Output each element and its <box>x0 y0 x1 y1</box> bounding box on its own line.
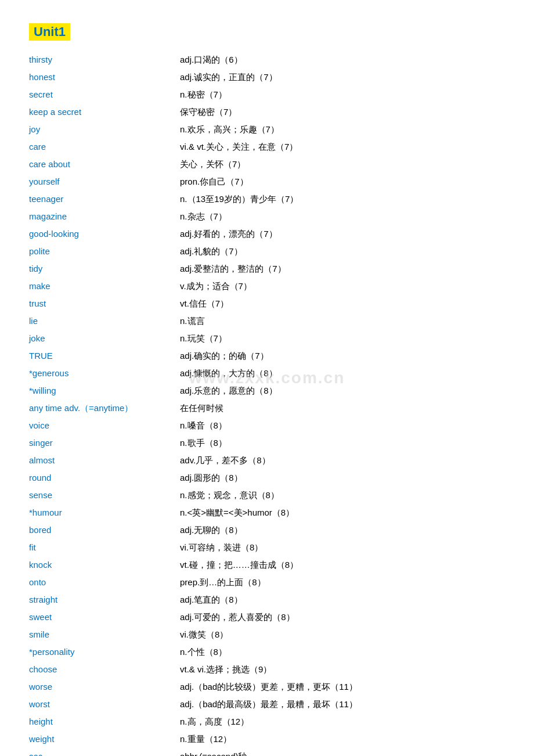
table-row: ontoprep.到…的上面（8） <box>29 574 505 591</box>
vocab-word: height <box>29 713 180 730</box>
vocab-definition: adj.诚实的，正直的（7） <box>180 69 505 86</box>
table-row: any time adv.（=anytime）在任何时候 <box>29 399 505 417</box>
vocab-definition: n.玩笑（7） <box>180 330 505 347</box>
vocab-word: straight <box>29 591 180 609</box>
vocab-definition: adj.笔直的（8） <box>180 591 505 609</box>
vocab-definition: adj.圆形的（8） <box>180 469 505 487</box>
vocab-definition: adj.无聊的（8） <box>180 521 505 539</box>
vocab-word: *personality <box>29 643 180 661</box>
table-row: joken.玩笑（7） <box>29 330 505 347</box>
vocab-definition: n.嗓音（8） <box>180 417 505 434</box>
table-row: sec.abbr.(=second)秒 <box>29 748 505 756</box>
vocab-word: thirsty <box>29 51 180 69</box>
vocab-definition: vt.信任（7） <box>180 295 505 312</box>
vocab-word: lie <box>29 312 180 330</box>
vocab-word: TRUE <box>29 347 180 365</box>
vocab-word: knock <box>29 556 180 574</box>
table-row: sensen.感觉；观念，意识（8） <box>29 487 505 504</box>
table-row: choosevt.& vi.选择；挑选（9） <box>29 661 505 678</box>
vocab-definition: n.杂志（7） <box>180 208 505 225</box>
vocab-definition: adj.爱整洁的，整洁的（7） <box>180 260 505 278</box>
vocab-word: good-looking <box>29 225 180 243</box>
table-row: smilevi.微笑（8） <box>29 626 505 643</box>
vocab-word: worst <box>29 696 180 713</box>
vocab-word: *generous <box>29 365 180 382</box>
table-row: sweetadj.可爱的，惹人喜爱的（8） <box>29 609 505 626</box>
table-row: roundadj.圆形的（8） <box>29 469 505 487</box>
vocab-word: almost <box>29 452 180 469</box>
table-row: joyn.欢乐，高兴；乐趣（7） <box>29 121 505 138</box>
vocab-definition: n.高，高度（12） <box>180 713 505 730</box>
table-row: TRUEadj.确实的；的确（7） <box>29 347 505 365</box>
vocab-definition: vt.& vi.选择；挑选（9） <box>180 661 505 678</box>
vocab-definition: abbr.(=second)秒 <box>180 748 505 756</box>
vocab-table: thirstyadj.口渴的（6）honestadj.诚实的，正直的（7）sec… <box>29 51 505 756</box>
vocab-word: teenager <box>29 190 180 208</box>
vocab-definition: adj.可爱的，惹人喜爱的（8） <box>180 609 505 626</box>
vocab-word: tidy <box>29 260 180 278</box>
table-row: heightn.高，高度（12） <box>29 713 505 730</box>
vocab-word: sense <box>29 487 180 504</box>
vocab-word: sec. <box>29 748 180 756</box>
vocab-word: polite <box>29 243 180 260</box>
vocab-word: joy <box>29 121 180 138</box>
table-row: makev.成为；适合（7） <box>29 278 505 295</box>
vocab-word: onto <box>29 574 180 591</box>
table-row: voicen.嗓音（8） <box>29 417 505 434</box>
vocab-definition: n.个性（8） <box>180 643 505 661</box>
vocab-definition: adj.确实的；的确（7） <box>180 347 505 365</box>
vocab-definition: vi.& vt.关心，关注，在意（7） <box>180 138 505 156</box>
table-row: honestadj.诚实的，正直的（7） <box>29 69 505 86</box>
table-row: keep a secret保守秘密（7） <box>29 103 505 121</box>
vocab-word: fit <box>29 539 180 556</box>
vocab-word: any time adv.（=anytime） <box>29 399 180 417</box>
table-row: carevi.& vt.关心，关注，在意（7） <box>29 138 505 156</box>
table-row: trustvt.信任（7） <box>29 295 505 312</box>
vocab-definition: adj.口渴的（6） <box>180 51 505 69</box>
vocab-definition: adv.几乎，差不多（8） <box>180 452 505 469</box>
vocab-word: care about <box>29 156 180 173</box>
table-row: *willingadj.乐意的，愿意的（8） <box>29 382 505 399</box>
vocab-word: yourself <box>29 173 180 190</box>
vocab-word: keep a secret <box>29 103 180 121</box>
vocab-word: weight <box>29 730 180 748</box>
vocab-word: care <box>29 138 180 156</box>
vocab-definition: prep.到…的上面（8） <box>180 574 505 591</box>
table-row: *humourn.<英>幽默=<美>humor（8） <box>29 504 505 521</box>
vocab-definition: 关心，关怀（7） <box>180 156 505 173</box>
vocab-definition: n.歌手（8） <box>180 434 505 452</box>
table-row: singern.歌手（8） <box>29 434 505 452</box>
vocab-word: voice <box>29 417 180 434</box>
table-row: lien.谎言 <box>29 312 505 330</box>
vocab-word: joke <box>29 330 180 347</box>
table-row: politeadj.礼貌的（7） <box>29 243 505 260</box>
table-row: boredadj.无聊的（8） <box>29 521 505 539</box>
vocab-definition: n.（13至19岁的）青少年（7） <box>180 190 505 208</box>
table-row: almostadv.几乎，差不多（8） <box>29 452 505 469</box>
unit-title: Unit1 <box>29 23 70 41</box>
table-row: care about关心，关怀（7） <box>29 156 505 173</box>
vocab-definition: v.成为；适合（7） <box>180 278 505 295</box>
vocab-definition: vi.可容纳，装进（8） <box>180 539 505 556</box>
table-row: knockvt.碰，撞；把……撞击成（8） <box>29 556 505 574</box>
vocab-definition: vt.碰，撞；把……撞击成（8） <box>180 556 505 574</box>
table-row: magazinen.杂志（7） <box>29 208 505 225</box>
table-row: tidyadj.爱整洁的，整洁的（7） <box>29 260 505 278</box>
vocab-definition: vi.微笑（8） <box>180 626 505 643</box>
vocab-word: magazine <box>29 208 180 225</box>
vocab-definition: n.感觉；观念，意识（8） <box>180 487 505 504</box>
vocab-word: choose <box>29 661 180 678</box>
vocab-definition: 在任何时候 <box>180 399 505 417</box>
vocab-definition: n.欢乐，高兴；乐趣（7） <box>180 121 505 138</box>
vocab-definition: n.<英>幽默=<美>humor（8） <box>180 504 505 521</box>
vocab-word: smile <box>29 626 180 643</box>
table-row: *generousadj.慷慨的，大方的（8） <box>29 365 505 382</box>
vocab-word: trust <box>29 295 180 312</box>
vocab-definition: 保守秘密（7） <box>180 103 505 121</box>
vocab-definition: n.谎言 <box>180 312 505 330</box>
vocab-definition: n.重量（12） <box>180 730 505 748</box>
vocab-word: round <box>29 469 180 487</box>
table-row: worseadj.（bad的比较级）更差，更糟，更坏（11） <box>29 678 505 696</box>
table-row: thirstyadj.口渴的（6） <box>29 51 505 69</box>
vocab-word: bored <box>29 521 180 539</box>
